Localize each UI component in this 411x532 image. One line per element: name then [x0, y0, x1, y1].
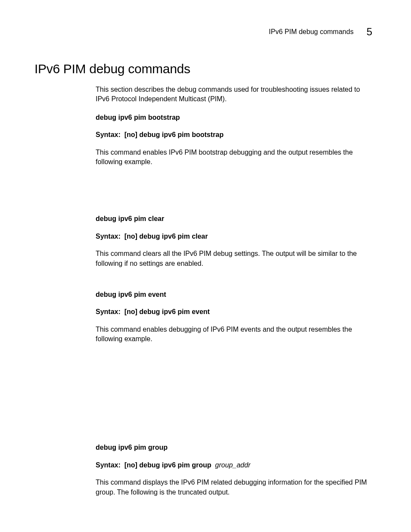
syntax-text: [no] debug ipv6 pim bootstrap — [125, 131, 224, 138]
command-syntax: Syntax: [no] debug ipv6 pim event — [96, 307, 372, 317]
command-block: debug ipv6 pim clear Syntax: [no] debug … — [96, 214, 372, 268]
intro-paragraph: This section describes the debug command… — [96, 85, 372, 104]
syntax-label: Syntax: — [96, 131, 121, 138]
command-description: This command clears all the IPv6 PIM deb… — [96, 249, 372, 268]
command-name: debug ipv6 pim event — [96, 290, 372, 299]
running-header-title: IPv6 PIM debug commands — [269, 28, 354, 36]
syntax-text: [no] debug ipv6 pim group — [125, 461, 212, 469]
command-block: debug ipv6 pim event Syntax: [no] debug … — [96, 290, 372, 344]
syntax-label: Syntax: — [96, 461, 121, 469]
syntax-arg: group_addr — [213, 461, 250, 469]
command-syntax: Syntax: [no] debug ipv6 pim clear — [96, 232, 372, 241]
body-content: This section describes the debug command… — [96, 85, 372, 497]
section-heading: IPv6 PIM debug commands — [34, 62, 372, 76]
command-block: debug ipv6 pim group Syntax: [no] debug … — [96, 443, 372, 497]
running-header: IPv6 PIM debug commands 5 — [34, 26, 372, 38]
command-description: This command displays the IPv6 PIM relat… — [96, 478, 372, 497]
command-description: This command enables IPv6 PIM bootstrap … — [96, 148, 372, 167]
syntax-label: Syntax: — [96, 233, 121, 240]
syntax-label: Syntax: — [96, 308, 121, 315]
command-name: debug ipv6 pim clear — [96, 214, 372, 224]
syntax-text: [no] debug ipv6 pim clear — [125, 233, 208, 240]
chapter-number: 5 — [367, 26, 372, 38]
command-block: debug ipv6 pim bootstrap Syntax: [no] de… — [96, 113, 372, 167]
syntax-text: [no] debug ipv6 pim event — [125, 308, 210, 315]
command-name: debug ipv6 pim group — [96, 443, 372, 452]
command-syntax: Syntax: [no] debug ipv6 pim group group_… — [96, 460, 372, 470]
command-syntax: Syntax: [no] debug ipv6 pim bootstrap — [96, 130, 372, 140]
command-name: debug ipv6 pim bootstrap — [96, 113, 372, 122]
command-description: This command enables debugging of IPv6 P… — [96, 325, 372, 344]
